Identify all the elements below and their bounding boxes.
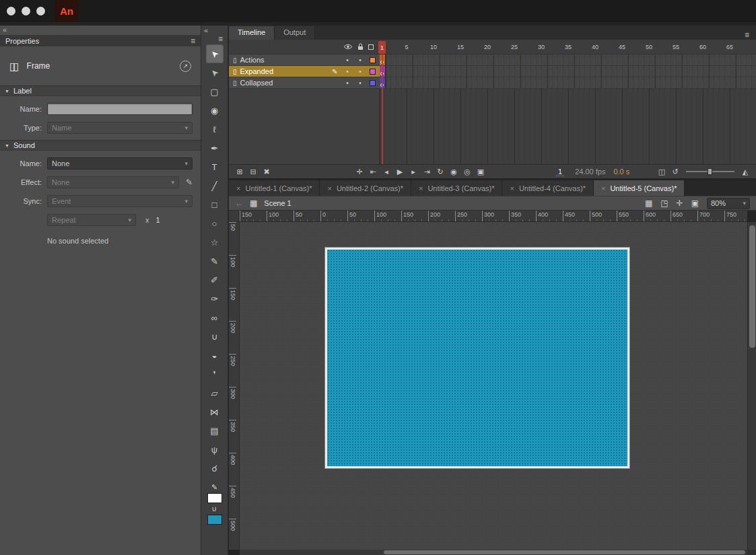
loop-button[interactable]: ↻: [435, 166, 446, 177]
step-back-button[interactable]: ◂: [381, 166, 392, 177]
panel-tab[interactable]: Timeline: [229, 26, 275, 40]
current-frame-field[interactable]: 1: [556, 168, 564, 176]
close-icon[interactable]: ×: [601, 184, 605, 192]
show-hide-layers-icon[interactable]: [343, 43, 353, 51]
collapse-tools-icon[interactable]: «: [201, 26, 208, 34]
camera-icon[interactable]: ▦: [645, 198, 652, 208]
zoom-window-button[interactable]: [36, 7, 45, 15]
center-frame-button[interactable]: ✛: [354, 166, 365, 177]
frame-number-strip[interactable]: 5101520253035404550556065: [393, 40, 756, 54]
zoom-level-dropdown[interactable]: 80% ▾: [707, 198, 750, 209]
eyedropper-tool[interactable]: ❜: [206, 365, 224, 383]
frame-size-slider[interactable]: [686, 171, 734, 172]
tools-menu-icon[interactable]: ≡: [218, 34, 228, 44]
play-button[interactable]: ▶: [394, 166, 405, 177]
close-icon[interactable]: ×: [236, 184, 240, 192]
selection-tool[interactable]: ➤: [206, 44, 224, 63]
timeline-empty-frames-area[interactable]: [380, 89, 756, 164]
sound-name-dropdown[interactable]: None ▾: [47, 157, 193, 170]
scrollbar-thumb[interactable]: [749, 225, 755, 348]
text-tool[interactable]: T: [206, 157, 224, 176]
close-window-button[interactable]: [7, 7, 15, 15]
layer-frames-track[interactable]: [386, 66, 756, 77]
layer-frames-track[interactable]: [386, 77, 756, 88]
subselection-tool[interactable]: ➤: [206, 63, 224, 82]
close-icon[interactable]: ×: [327, 184, 331, 192]
paint-bucket-tool[interactable]: ∪: [206, 327, 224, 346]
document-tab[interactable]: × Untitled-1 (Canvas)*: [229, 180, 320, 196]
go-to-first-frame-button[interactable]: ⇤: [368, 166, 378, 177]
sound-effect-dropdown[interactable]: None ▾: [47, 176, 179, 188]
vertical-scrollbar[interactable]: [747, 222, 756, 550]
slider-handle[interactable]: [708, 168, 712, 175]
center-stage-icon[interactable]: ✛: [677, 198, 683, 208]
ink-bottle-tool[interactable]: ◒: [206, 346, 224, 365]
layer-lock-dot[interactable]: •: [355, 79, 365, 87]
label-section-header[interactable]: ▼ Label: [0, 85, 201, 96]
new-folder-button[interactable]: ⊟: [248, 166, 259, 177]
edit-symbols-icon[interactable]: ◳: [660, 198, 668, 208]
bone-tool[interactable]: ∞: [206, 308, 224, 327]
layer-visibility-dot[interactable]: •: [343, 68, 352, 75]
polystar-tool[interactable]: ☆: [206, 233, 224, 252]
layer-visibility-dot[interactable]: •: [343, 79, 352, 87]
timeline-layer-row[interactable]: ▯ Expanded ✎ • •: [229, 66, 756, 77]
edit-effect-pencil-icon[interactable]: ✎: [186, 178, 193, 187]
layer-lock-dot[interactable]: •: [355, 68, 365, 75]
layer-visibility-dot[interactable]: •: [343, 57, 352, 64]
fill-color-swatch[interactable]: [207, 515, 222, 525]
rectangle-tool[interactable]: □: [206, 195, 224, 214]
scrollbar-thumb[interactable]: [384, 550, 745, 554]
edit-multiple-frames-button[interactable]: ▣: [475, 166, 486, 177]
hand-tool[interactable]: ψ: [206, 440, 224, 459]
modify-markers-button[interactable]: ◫: [656, 166, 667, 177]
document-tab[interactable]: × Untitled-2 (Canvas)*: [320, 180, 411, 196]
delete-layer-button[interactable]: ✖: [261, 166, 272, 177]
layer-lock-dot[interactable]: •: [355, 57, 365, 64]
width-tool[interactable]: ⋈: [206, 402, 224, 421]
line-tool[interactable]: ╱: [206, 176, 224, 195]
onion-skin-button[interactable]: ◉: [448, 166, 459, 177]
sound-sync-dropdown[interactable]: Event ▾: [47, 195, 193, 207]
close-icon[interactable]: ×: [510, 184, 514, 192]
eraser-tool[interactable]: ▱: [206, 383, 224, 402]
document-tab[interactable]: × Untitled-4 (Canvas)*: [502, 180, 593, 196]
timeline-empty-layer-area[interactable]: [229, 89, 380, 164]
timeline-layer-row[interactable]: ▯ Collapsed • •: [229, 77, 756, 89]
lasso-tool[interactable]: ℓ: [206, 120, 224, 139]
timeline-menu-icon[interactable]: ≡: [745, 30, 756, 40]
free-transform-tool[interactable]: ▢: [206, 82, 224, 101]
collapse-panel-icon[interactable]: «: [0, 26, 201, 35]
layer-frames-track[interactable]: [386, 54, 756, 65]
step-forward-button[interactable]: ▸: [408, 166, 419, 177]
playhead-line[interactable]: [382, 54, 383, 164]
properties-tab[interactable]: Properties: [5, 37, 39, 45]
frame-view-icon[interactable]: ◭: [740, 166, 751, 177]
panel-tab[interactable]: Output: [275, 26, 315, 40]
new-layer-button[interactable]: ⊞: [234, 166, 245, 177]
layer-name[interactable]: Expanded: [240, 67, 274, 75]
layer-color-chip[interactable]: [370, 57, 376, 63]
playhead[interactable]: 1: [378, 41, 386, 54]
brush-tool[interactable]: ✐: [206, 270, 224, 289]
onion-skin-outlines-button[interactable]: ◎: [462, 166, 473, 177]
repeat-count-value[interactable]: 1: [156, 216, 160, 224]
sound-repeat-dropdown[interactable]: Repeat ▾: [47, 214, 136, 226]
pen-tool[interactable]: ✒: [206, 139, 224, 157]
pencil-tool[interactable]: ✎: [206, 252, 224, 270]
paint-brush-tool[interactable]: ✑: [206, 289, 224, 308]
clip-content-icon[interactable]: ▣: [691, 198, 699, 208]
frame-rate-field[interactable]: 24.00 fps: [575, 168, 605, 176]
pasteboard[interactable]: [240, 222, 747, 550]
scene-name[interactable]: Scene 1: [264, 199, 291, 207]
document-tab[interactable]: × Untitled-3 (Canvas)*: [411, 180, 502, 196]
minimize-window-button[interactable]: [22, 7, 30, 15]
camera-tool[interactable]: ▤: [206, 421, 224, 440]
horizontal-scrollbar[interactable]: [240, 550, 747, 555]
layer-name[interactable]: Actions: [240, 56, 265, 64]
sound-section-header[interactable]: ▼ Sound: [0, 140, 201, 151]
back-arrow-icon[interactable]: ←: [235, 198, 243, 208]
layer-name[interactable]: Collapsed: [240, 79, 273, 87]
oval-tool[interactable]: ○: [206, 214, 224, 233]
reset-timeline-button[interactable]: ↺: [670, 166, 681, 177]
